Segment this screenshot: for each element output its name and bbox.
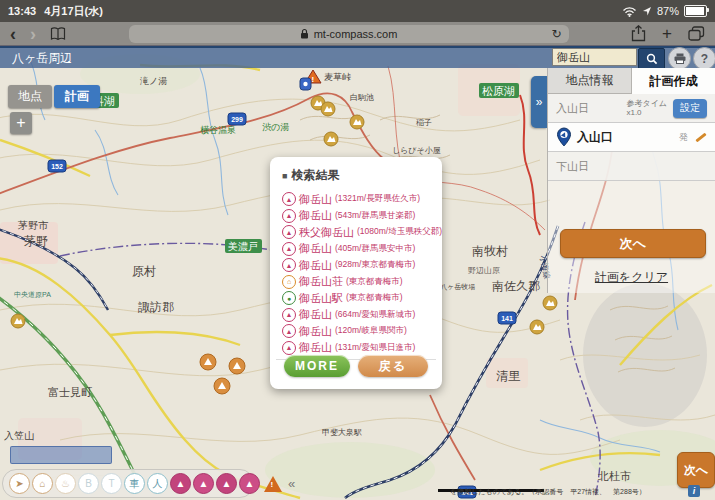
printer-icon <box>674 53 686 64</box>
search-result-item[interactable]: ▲御岳山(543m/群馬県甘楽郡) <box>282 208 432 225</box>
result-mountain-icon: ▲ <box>282 192 296 206</box>
search-result-item[interactable]: ▲秩父御岳山(1080m/埼玉県秩父郡) <box>282 224 432 241</box>
map-label: 松原湖 <box>482 85 515 97</box>
info-button[interactable]: i <box>688 485 700 497</box>
map-label: 滝ノ湯 <box>140 76 167 86</box>
next-button-panel[interactable]: 次へ <box>560 229 706 258</box>
route-number: 299 <box>231 116 243 123</box>
result-mountain-icon: ▲ <box>282 308 296 322</box>
map-label: 野辺山原 <box>468 266 500 275</box>
bus-icon[interactable]: B <box>78 473 99 494</box>
ref-time: 参考タイム x1.0 <box>626 99 667 117</box>
mode-plan-button[interactable]: 計画 <box>54 85 100 108</box>
result-mountain-icon: ▲ <box>282 324 296 338</box>
entry-date-label: 入山日 <box>556 101 589 116</box>
mountain-icon[interactable]: ▲ <box>216 473 237 494</box>
search-button[interactable] <box>638 48 665 70</box>
person-icon[interactable]: 人 <box>147 473 168 494</box>
map-label: 八ヶ岳牧場 <box>440 283 475 291</box>
map-label: 麦草峠 <box>324 72 351 82</box>
search-result-item[interactable]: ▲御岳山(928m/東京都青梅市) <box>282 257 432 274</box>
mountain-icon[interactable]: ▲ <box>170 473 191 494</box>
edit-pencil-icon[interactable] <box>693 130 707 144</box>
map-label: 甲斐大泉駅 <box>322 428 362 437</box>
entry-date-row[interactable]: 入山日 参考タイム x1.0 設定 <box>548 94 715 123</box>
mountain-icon[interactable]: ▲ <box>193 473 214 494</box>
map-label: 南牧村 <box>472 244 508 258</box>
url-text: mt-compass.com <box>314 28 398 40</box>
map-label: 横谷温泉 <box>200 125 236 135</box>
map-label: 清里 <box>496 369 521 383</box>
reload-icon[interactable]: ↻ <box>551 27 561 41</box>
question-icon: ? <box>701 52 708 66</box>
list-icon: ■ <box>282 171 287 181</box>
map-label: 南佐久郡 <box>492 279 540 293</box>
entry-point-label: 入山口 <box>577 129 613 146</box>
map-label: 入笠山 <box>4 430 34 441</box>
print-button[interactable] <box>668 47 691 70</box>
panel-expander[interactable]: » <box>531 76 547 128</box>
map-title: 八ヶ岳周辺 <box>12 50 72 67</box>
share-icon[interactable] <box>631 25 646 42</box>
forward-button[interactable]: › <box>30 25 36 43</box>
search-result-item[interactable]: ▲御岳山(405m/群馬県安中市) <box>282 241 432 258</box>
plan-panel: 地点情報 計画作成 入山日 参考タイム x1.0 設定 入山口 発 下山日 次へ… <box>547 68 715 293</box>
help-button[interactable]: ? <box>693 47 715 70</box>
descent-date-label: 下山日 <box>556 159 589 174</box>
search-result-item[interactable]: ▲御岳山(120m/岐阜県関市) <box>282 323 432 340</box>
back-button-popup[interactable]: 戻る <box>358 355 428 377</box>
map-label: 諏訪郡 <box>138 300 174 314</box>
collapse-legend-button[interactable]: « <box>288 476 295 491</box>
search-result-item[interactable]: ⌂御岳山荘(東京都青梅市) <box>282 274 432 291</box>
set-button[interactable]: 設定 <box>673 99 707 118</box>
result-mountain-icon: ▲ <box>282 341 296 355</box>
panel-lower-section: 次へ 計画をクリア <box>548 181 715 293</box>
back-button[interactable]: ‹ <box>10 25 16 43</box>
map-pin-icon <box>300 78 311 90</box>
search-result-item[interactable]: ●御岳山駅(東京都青梅市) <box>282 290 432 307</box>
more-button[interactable]: MORE <box>284 355 350 377</box>
map-label: しらびそ小屋 <box>392 146 441 155</box>
new-tab-button[interactable]: + <box>662 25 672 42</box>
hut-icon[interactable]: ⌂ <box>32 473 53 494</box>
map-pin-icon <box>556 127 572 147</box>
warning-icon[interactable]: ! <box>262 473 283 494</box>
search-results-popup: ■ 検索結果 ▲御岳山(1321m/長野県佐久市) ▲御岳山(543m/群馬県甘… <box>270 157 442 389</box>
date: 4月17日(水) <box>44 5 103 17</box>
map-attribution: を複製したものである。（承認番号 平27情複、 第288号） <box>450 487 686 497</box>
tab-plan-create[interactable]: 計画作成 <box>632 68 715 94</box>
next-button-corner[interactable]: 次へ <box>677 452 715 488</box>
result-mountain-icon: ▲ <box>282 209 296 223</box>
map-label: 渋の湯 <box>262 122 289 132</box>
popup-title: ■ 検索結果 <box>282 167 432 184</box>
search-input[interactable] <box>552 48 637 66</box>
search-icon <box>646 53 658 65</box>
legend-toolbar: ➤⌂♨BT車人▲▲▲▲! « <box>2 469 254 498</box>
wifi-icon <box>622 6 637 17</box>
bookmarks-icon[interactable] <box>50 27 66 41</box>
tabs-icon[interactable] <box>688 26 705 41</box>
mountain-icon[interactable]: ▲ <box>239 473 260 494</box>
url-bar[interactable]: mt-compass.com ↻ <box>129 25 569 43</box>
depart-label: 発 <box>679 131 688 144</box>
clock: 13:43 <box>8 5 36 17</box>
search-result-item[interactable]: ▲御岳山(664m/愛知県新城市) <box>282 307 432 324</box>
location-icon[interactable]: ➤ <box>9 473 30 494</box>
zoom-in-button[interactable]: + <box>10 112 32 134</box>
map-label: 北杜市 <box>597 470 631 482</box>
toilet-icon[interactable]: T <box>101 473 122 494</box>
battery-percent: 87% <box>657 5 679 17</box>
clear-plan-link[interactable]: 計画をクリア <box>548 269 715 286</box>
descent-date-row[interactable]: 下山日 <box>548 152 715 181</box>
status-bar: 13:434月17日(水) 87% <box>0 0 715 22</box>
mode-point-button[interactable]: 地点 <box>8 85 52 108</box>
map-selection-box <box>10 446 112 464</box>
search-result-item[interactable]: ▲御岳山(131m/愛知県日進市) <box>282 340 432 357</box>
battery-icon <box>684 5 707 17</box>
search-result-item[interactable]: ▲御岳山(1321m/長野県佐久市) <box>282 191 432 208</box>
tab-point-info[interactable]: 地点情報 <box>548 68 632 94</box>
map-label: 美濃戸 <box>228 241 258 252</box>
onsen-icon[interactable]: ♨ <box>55 473 76 494</box>
entry-point-row[interactable]: 入山口 発 <box>548 123 715 152</box>
car-icon[interactable]: 車 <box>124 473 145 494</box>
